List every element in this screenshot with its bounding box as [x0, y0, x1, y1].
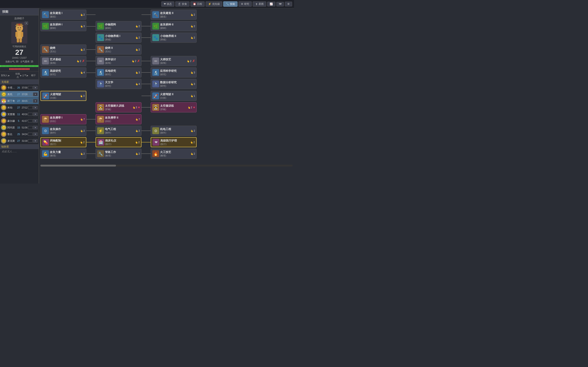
- hat-dropdown-btn[interactable]: ▼: [33, 126, 38, 129]
- btn-research[interactable]: ⚙ 研究: [238, 1, 252, 7]
- skill-node-construction-1[interactable]: 🔨 改良建造 I (建造) 👆 2: [40, 10, 86, 20]
- skill-icon-rocket: 🚀: [42, 92, 49, 99]
- hat-dropdown-btn[interactable]: ▼: [33, 139, 38, 143]
- morale-indicator: [28, 99, 33, 102]
- skill-icon-field-research: 🔬: [97, 69, 104, 76]
- list-item[interactable]: 😊 米珀 27 27/12 ▼: [0, 104, 39, 111]
- main-layout: 技能 选择帽子: [0, 8, 294, 184]
- skill-node-data-analysis[interactable]: 🔭 数据分析研究 (研究) 👆 3: [151, 79, 197, 89]
- scrollbar[interactable]: [40, 165, 293, 167]
- btn-chart[interactable]: 📈: [267, 2, 275, 6]
- sort-name-icon[interactable]: ▶: [8, 75, 10, 77]
- skill-node-rocket-1[interactable]: 🚀 火箭驾驶 (火箭) 👆 3: [40, 91, 86, 101]
- skill-node-applied-science[interactable]: 🔬 应用科学研究 (研究) 👆 3: [151, 67, 197, 77]
- skill-node-farming-1[interactable]: 🌿 改良耕种 I (耕种) 👆 3: [40, 21, 86, 31]
- skill-cost: 👆 3: [132, 106, 137, 109]
- skill-node-bedside[interactable]: 🏥 病床礼仪 (医疗) 👆 2: [95, 137, 141, 147]
- hat-dropdown-btn[interactable]: ▼: [33, 132, 38, 136]
- skill-node-cooking-2[interactable]: 🔧 烧烤 II (烹饪) 👆 2: [95, 44, 141, 55]
- skill-node-research-advanced[interactable]: 🔬 高级研究 (研究) 👆 4: [40, 67, 86, 77]
- skill-node-cooking-1[interactable]: 🔧 烧烤 (烹饪) 👆 2: [40, 44, 86, 55]
- btn-skills[interactable]: 🔧 技能: [223, 1, 237, 7]
- connector-line: [141, 84, 151, 84]
- skill-node-rocket-2[interactable]: 🚀 火箭驾驶 II (火箭) 👆 1: [151, 91, 197, 101]
- btn-starmap[interactable]: 🗡 星图: [253, 1, 266, 7]
- sort-sp-icon[interactable]: ▶: [20, 75, 22, 77]
- panel-title: 技能: [0, 8, 39, 15]
- morale-indicator: [28, 139, 33, 142]
- heart-icon: ❤: [164, 2, 166, 6]
- list-item[interactable]: 😊 豪尔赫 5 41/17 ▼: [0, 118, 39, 124]
- hat-dropdown-btn[interactable]: ▼: [33, 112, 38, 116]
- skill-node-animal-2[interactable]: 🐾 小动物养殖 II (养殖) 👆 2: [151, 33, 197, 43]
- skill-tree-panel[interactable]: 🔨 改良建造 I (建造) 👆 2 🔨 改良建造 II: [39, 8, 294, 184]
- sort-morale-icon[interactable]: ▶: [27, 75, 28, 77]
- skill-node-pyro[interactable]: 🔥 火工技艺 (整理) 👆 2: [151, 149, 197, 159]
- skill-category: (医疗): [105, 143, 134, 146]
- skill-category: (装饰): [50, 61, 76, 65]
- hat-dropdown-btn[interactable]: ▼: [33, 119, 38, 123]
- btn-schedule[interactable]: ⏰ 日程: [190, 1, 205, 7]
- btn-priority[interactable]: ⚡ 优先级: [206, 1, 222, 7]
- skill-icon-astronomy: 🔭: [97, 81, 104, 87]
- skill-node-strength[interactable]: 💪 改良力量 (整理) 👆 2: [40, 149, 86, 159]
- skill-node-construction-2[interactable]: 🔨 改良建造 II (建造) 👆 2: [151, 10, 197, 20]
- connector-line: [86, 61, 95, 61]
- colonist-skill-points: 27: [16, 93, 21, 96]
- skill-name: 烧烤 II: [105, 46, 134, 50]
- list-item[interactable]: 😊 卡塔莉娜 26 37/30 ▼: [0, 84, 39, 91]
- skill-node-art-2[interactable]: ✏ 美学设计 (装饰) 👆 2 ✗: [95, 56, 141, 66]
- hat-dropdown-btn[interactable]: ▼: [33, 86, 38, 90]
- skill-cost: 👆 2: [135, 25, 140, 27]
- skill-node-piping[interactable]: 🔧 管路工作 (整理) 👆 2: [95, 149, 141, 159]
- list-item[interactable]: 😊 麦克斯 27 31/18 ▼: [0, 138, 39, 144]
- btn-state[interactable]: ❤ 状态: [161, 1, 174, 7]
- skill-node-field-research[interactable]: 🔬 实地研究 (研究) 👆 3: [95, 67, 141, 77]
- colonist-name: 豪尔赫: [7, 119, 16, 123]
- btn-settings[interactable]: ⚙: [285, 2, 292, 6]
- skill-cost: 👆 3: [135, 71, 140, 74]
- skill-node-animal-1[interactable]: 🐾 小动物养殖 I (养殖) 👆 2: [95, 33, 141, 43]
- hat-dropdown-btn[interactable]: ▼: [33, 92, 38, 96]
- skill-node-astronomy[interactable]: 🔭 天文学 (研究) 👆 4: [95, 79, 141, 89]
- svg-rect-3: [15, 32, 18, 37]
- hat-dropdown[interactable]: ▼: [25, 22, 28, 25]
- character-figure: ▼: [10, 21, 28, 44]
- skill-node-spacesuit-1[interactable]: 👨‍🚀 太空服耐久训练 (穿戴) 👆 3 ♥: [95, 102, 141, 112]
- skill-node-art-3[interactable]: ✏ 大师技艺 (装饰) 👆 2 ✗: [151, 56, 197, 66]
- skill-node-crop-care[interactable]: 🌿 作物照料 (耕种) 👆 2: [95, 21, 141, 31]
- btn-food[interactable]: 🍴 饮食: [175, 1, 190, 7]
- skill-node-electrical[interactable]: ⚡ 电气工程 (操作) 👆 2: [95, 126, 141, 136]
- skill-name: 改良耕种 II: [160, 23, 190, 27]
- skill-node-spacesuit-2[interactable]: 👨‍🚀 太空服训练 (穿戴) 👆 2 ♥: [151, 102, 197, 112]
- skill-category: (研究): [50, 73, 79, 76]
- skill-category: (装饰): [160, 61, 186, 65]
- btn-map[interactable]: 🗺: [276, 2, 284, 6]
- list-item[interactable]: 😐 奥托 27 37/28 ▼: [0, 91, 39, 98]
- skill-node-supply-2[interactable]: 📦 改良携带 II (供应) 👆 7: [95, 114, 141, 124]
- list-item[interactable]: 😊 鲁比 25 34/24 ▼: [0, 131, 39, 138]
- skill-node-advanced-medical[interactable]: ❤ 高级医疗护理 (医疗) 👆 2: [151, 137, 197, 147]
- skill-category: (养殖): [105, 38, 134, 41]
- hat-selector-label[interactable]: 选择帽子: [14, 17, 24, 20]
- skill-icon-data: 🔭: [152, 81, 159, 87]
- skill-cost: 👆 7: [135, 118, 140, 121]
- list-item[interactable]: 😤 斯丁奇 27 30/15 ▼: [0, 98, 39, 104]
- skill-cost: 👆 2: [190, 13, 195, 16]
- colonist-morale: 37/30: [21, 86, 28, 89]
- skill-node-pharmacy[interactable]: 💊 药物配制 (医疗) 👆 2: [40, 137, 86, 147]
- skill-cost: 👆 4: [80, 71, 85, 74]
- scrollbar-thumb[interactable]: [40, 165, 116, 167]
- skill-node-mechatronics[interactable]: ⚙ 机电工程 (操作) 👆 2: [151, 126, 197, 136]
- skill-name: 实地研究: [105, 69, 134, 73]
- list-item[interactable]: 😐 阿玛里 15 51/36 ▼: [0, 124, 39, 131]
- hat-dropdown-btn[interactable]: ▼: [33, 106, 38, 109]
- skill-node-art-1[interactable]: ✏ 艺术基础 (装饰) 👆 2 ✗: [40, 56, 86, 66]
- skill-node-farming-2[interactable]: 🌿 改良耕种 II (耕种) 👆 2: [151, 21, 197, 31]
- skill-node-ops-1[interactable]: ⚙ 改良操作 (操作) 👆 2: [40, 126, 86, 136]
- skill-cost: 👆 2: [190, 129, 195, 132]
- hat-dropdown-btn[interactable]: ▼: [33, 99, 38, 103]
- skill-node-supply-1[interactable]: 📦 改良携带 I (供应) 👆 7: [40, 114, 86, 124]
- list-item[interactable]: 😌 芙蕾雅 11 40/16 ▼: [0, 111, 39, 118]
- skill-category: (烹饪): [105, 50, 134, 53]
